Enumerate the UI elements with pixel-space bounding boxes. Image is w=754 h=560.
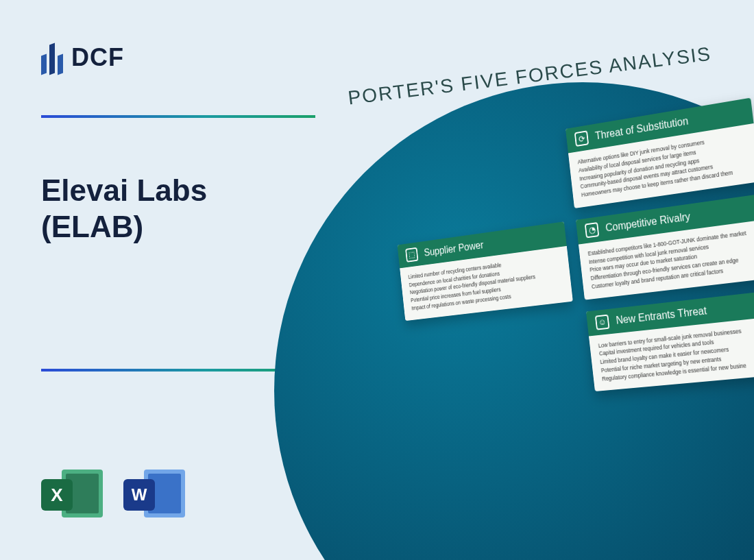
logo-bars-icon: [41, 41, 63, 74]
logo-text: DCF: [71, 43, 124, 72]
card-title: New Entrants Threat: [616, 304, 707, 326]
card-title: Supplier Power: [424, 239, 484, 258]
word-letter: W: [123, 479, 155, 511]
divider-top: [41, 115, 315, 118]
link-icon: ⬚: [405, 247, 418, 263]
file-icons-row: X W: [41, 464, 185, 526]
person-icon: ☺: [595, 314, 610, 330]
company-name: Elevai Labs (ELAB): [41, 173, 343, 245]
logo: DCF: [41, 41, 343, 74]
company-line1: Elevai Labs: [41, 173, 207, 207]
clock-icon: ◔: [585, 222, 599, 238]
excel-letter: X: [41, 479, 73, 511]
word-icon[interactable]: W: [123, 464, 185, 526]
excel-icon[interactable]: X: [41, 464, 103, 526]
company-line2: (ELAB): [41, 210, 143, 243]
refresh-icon: ⟳: [574, 130, 589, 147]
